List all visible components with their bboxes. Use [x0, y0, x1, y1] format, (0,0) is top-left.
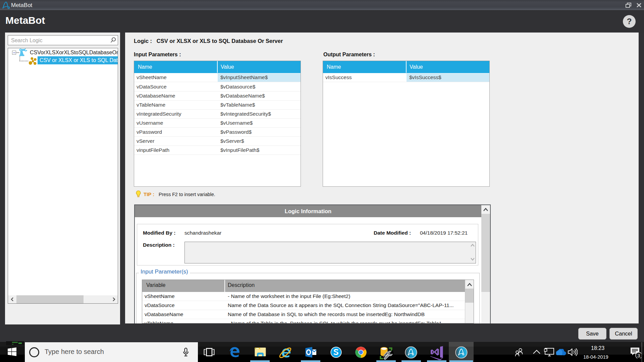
svg-text:3: 3	[638, 353, 640, 358]
